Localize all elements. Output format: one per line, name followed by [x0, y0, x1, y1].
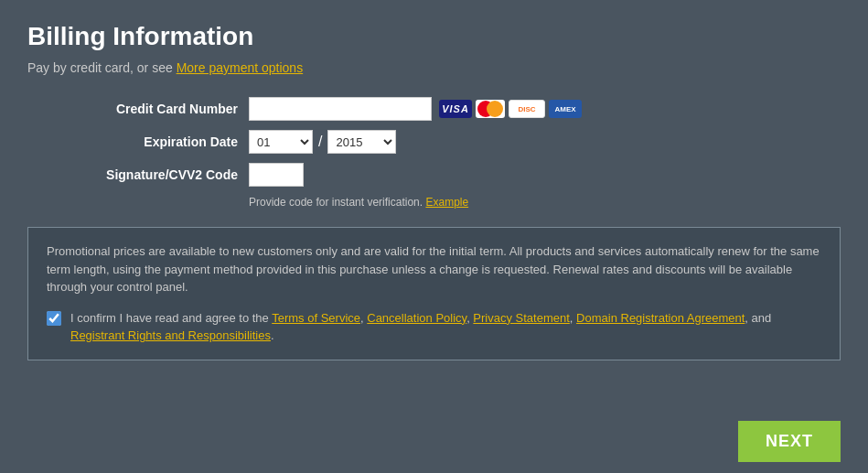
- more-payment-link[interactable]: More payment options: [177, 60, 304, 75]
- promo-text: Promotional prices are available to new …: [47, 242, 821, 296]
- expiry-separator: /: [318, 134, 322, 150]
- bottom-bar: NEXT: [711, 410, 868, 473]
- expiration-row: Expiration Date 01020304 05060708 091011…: [64, 130, 841, 154]
- visa-icon: VISA: [439, 100, 472, 118]
- credit-card-label: Credit Card Number: [64, 102, 238, 116]
- expiration-label: Expiration Date: [64, 134, 238, 149]
- next-button[interactable]: NEXT: [738, 421, 841, 462]
- discover-icon: DISC: [509, 100, 545, 118]
- expiry-month-select[interactable]: 01020304 05060708 09101112: [249, 130, 313, 154]
- cvv-input[interactable]: [249, 163, 304, 187]
- agree-text: I confirm I have read and agree to the T…: [70, 309, 771, 345]
- promo-box: Promotional prices are available to new …: [27, 227, 841, 360]
- cvv-row: Signature/CVV2 Code: [64, 163, 841, 187]
- expiry-year-select[interactable]: 2015201620172018 2019202020212022 202320…: [327, 130, 396, 154]
- credit-card-input[interactable]: [249, 97, 432, 121]
- mastercard-icon: [476, 100, 505, 118]
- domain-reg-link[interactable]: Domain Registration Agreement: [576, 311, 745, 325]
- cvv-label: Signature/CVV2 Code: [64, 167, 238, 182]
- card-icons: VISA DISC AMEX: [439, 100, 582, 118]
- agree-row: I confirm I have read and agree to the T…: [47, 309, 821, 345]
- registrant-rights-link[interactable]: Registrant Rights and Responsibilities: [70, 328, 271, 342]
- amex-icon: AMEX: [549, 100, 582, 118]
- agree-checkbox[interactable]: [47, 311, 61, 326]
- cvv-hint: Provide code for instant verification. E…: [249, 196, 841, 209]
- privacy-link[interactable]: Privacy Statement: [473, 311, 570, 325]
- cvv-example-link[interactable]: Example: [425, 196, 468, 209]
- billing-form: Credit Card Number VISA DISC AMEX Expira…: [27, 97, 841, 209]
- expiry-group: 01020304 05060708 09101112 / 20152016201…: [249, 130, 396, 154]
- credit-card-row: Credit Card Number VISA DISC AMEX: [64, 97, 841, 121]
- cancellation-link[interactable]: Cancellation Policy: [367, 311, 466, 325]
- subtitle-text: Pay by credit card, or see More payment …: [27, 60, 841, 75]
- page-title: Billing Information: [27, 22, 841, 51]
- tos-link[interactable]: Terms of Service: [272, 311, 360, 325]
